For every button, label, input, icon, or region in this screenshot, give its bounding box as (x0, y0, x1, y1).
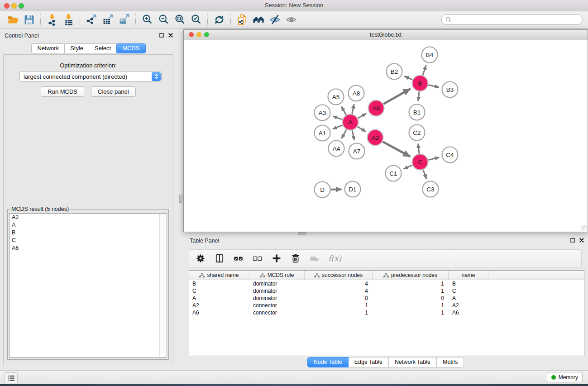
minimize-view-button[interactable] (196, 32, 201, 37)
graph-edge-C-C1[interactable] (404, 165, 412, 169)
graph-node-A4[interactable]: A4 (329, 141, 344, 157)
graph-node-A5[interactable]: A5 (328, 89, 344, 105)
table-cell[interactable]: A2 (189, 302, 249, 309)
window-resize-grip[interactable] (581, 225, 587, 231)
close-view-button[interactable] (189, 32, 194, 37)
table-settings-button[interactable] (195, 253, 206, 264)
graph-edge-A-A5[interactable] (341, 106, 346, 115)
column-header-mcds-role[interactable]: MCDS role (249, 271, 305, 280)
graph-edge-C-C4[interactable] (428, 157, 439, 160)
mcds-result-item[interactable]: C (10, 237, 167, 244)
close-panel-icon[interactable] (168, 33, 173, 38)
mcds-result-item[interactable]: B (10, 229, 167, 237)
table-cell[interactable]: B (449, 281, 488, 287)
table-cell[interactable]: 1 (373, 288, 449, 294)
export-network-button[interactable] (83, 13, 100, 27)
create-column-button[interactable] (271, 253, 282, 264)
graph-edge-A-A3[interactable] (333, 116, 342, 119)
table-cell[interactable]: 8 (305, 295, 373, 301)
graph-node-B3[interactable]: B3 (442, 82, 458, 98)
graph-node-A7[interactable]: A7 (349, 143, 365, 159)
function-builder-button[interactable]: f(x) (328, 254, 341, 263)
graph-edge-B-B3[interactable] (428, 85, 439, 87)
table-cell[interactable]: B (189, 281, 249, 287)
criterion-dropdown[interactable]: largest connected component (directed) (19, 71, 162, 82)
hide-details-button[interactable] (267, 13, 283, 27)
graph-edge-A6-B[interactable] (383, 89, 411, 104)
network-graph[interactable]: B4B2BB3A8A5A6B1A3AC2A1A2A4A7C4CC1C3DD1 (184, 40, 588, 232)
graph-node-C2[interactable]: C2 (409, 125, 425, 141)
graph-edge-B-B4[interactable] (423, 65, 426, 75)
graph-edge-B-B2[interactable] (404, 76, 412, 80)
network-canvas[interactable]: B4B2BB3A8A5A6B1A3AC2A1A2A4A7C4CC1C3DD1 (184, 40, 588, 232)
task-history-button[interactable] (5, 372, 18, 383)
tab-mcds[interactable]: MCDS (116, 43, 145, 53)
tab-style[interactable]: Style (64, 43, 89, 53)
float-panel-icon[interactable] (570, 238, 575, 243)
table-cell[interactable]: 4 (305, 281, 373, 287)
home-button[interactable] (250, 13, 267, 27)
table-row[interactable]: Cdominator41C (189, 287, 584, 295)
clone-network-button[interactable] (234, 13, 250, 27)
table-row[interactable]: A2connector11A2 (189, 302, 584, 309)
tab-motifs[interactable]: Motifs (437, 357, 464, 367)
graph-node-C3[interactable]: C3 (423, 181, 439, 197)
graph-edge-A-A2[interactable] (358, 127, 366, 132)
tab-edge-table[interactable]: Edge Table (349, 357, 389, 367)
table-cell[interactable]: 1 (305, 310, 373, 316)
show-columns-button[interactable] (214, 253, 225, 264)
search-box[interactable] (441, 14, 583, 25)
graph-node-B[interactable]: B (412, 76, 428, 91)
table-cell[interactable]: A2 (449, 302, 488, 309)
zoom-view-button[interactable] (204, 32, 209, 37)
export-table-button[interactable] (100, 13, 116, 27)
table-row[interactable]: Adominator80A (189, 295, 584, 302)
save-session-button[interactable] (21, 13, 37, 27)
mcds-result-item[interactable]: A (10, 221, 167, 229)
graph-node-B4[interactable]: B4 (422, 47, 438, 63)
graph-edge-C-C2[interactable] (418, 143, 419, 153)
import-network-button[interactable] (44, 13, 60, 27)
table-cell[interactable]: 1 (373, 302, 449, 309)
graph-node-B2[interactable]: B2 (387, 64, 402, 80)
table-cell[interactable]: 4 (305, 288, 373, 294)
show-details-button[interactable] (283, 13, 299, 27)
table-row[interactable]: A6connector11A6 (189, 309, 584, 316)
graph-edge-A-A1[interactable] (333, 125, 343, 129)
graph-node-C4[interactable]: C4 (442, 147, 458, 163)
vertical-divider-handle[interactable] (179, 195, 182, 203)
column-header-name[interactable]: name (449, 271, 488, 280)
table-cell[interactable]: A6 (189, 310, 249, 316)
table-cell[interactable]: 1 (373, 281, 449, 287)
zoom-window-button[interactable] (19, 3, 24, 9)
zoom-out-button[interactable] (155, 13, 172, 27)
graph-node-B1[interactable]: B1 (409, 105, 425, 120)
table-cell[interactable]: 1 (305, 302, 373, 309)
graph-edge-C-C3[interactable] (423, 170, 427, 179)
table-cell[interactable]: dominator (249, 281, 305, 287)
column-header-predecessor-nodes[interactable]: predecessor nodes (373, 271, 449, 280)
close-window-button[interactable] (4, 3, 10, 9)
select-all-button[interactable] (233, 253, 244, 264)
run-mcds-button[interactable]: Run MCDS (41, 86, 84, 97)
graph-node-A8[interactable]: A8 (349, 86, 364, 101)
table-cell[interactable]: C (449, 288, 488, 294)
zoom-fit-button[interactable] (172, 13, 188, 27)
tab-node-table[interactable]: Node Table (307, 357, 349, 367)
float-panel-icon[interactable] (159, 33, 164, 38)
table-cell[interactable]: C (189, 288, 249, 294)
mcds-result-item[interactable]: A2 (10, 214, 167, 221)
table-cell[interactable]: dominator (249, 288, 305, 294)
close-panel-button[interactable]: Close panel (91, 86, 136, 97)
graph-node-C[interactable]: C (412, 154, 428, 170)
zoom-selected-button[interactable] (188, 13, 204, 27)
deselect-all-button[interactable] (252, 253, 263, 264)
tab-network[interactable]: Network (31, 43, 65, 53)
graph-node-A2[interactable]: A2 (368, 130, 383, 146)
table-row[interactable]: Bdominator41B (189, 280, 584, 287)
search-input[interactable] (454, 16, 578, 24)
table-cell[interactable]: connector (249, 310, 305, 316)
close-panel-icon[interactable] (579, 238, 584, 243)
tab-select[interactable]: Select (89, 43, 117, 53)
zoom-in-button[interactable] (139, 13, 155, 27)
